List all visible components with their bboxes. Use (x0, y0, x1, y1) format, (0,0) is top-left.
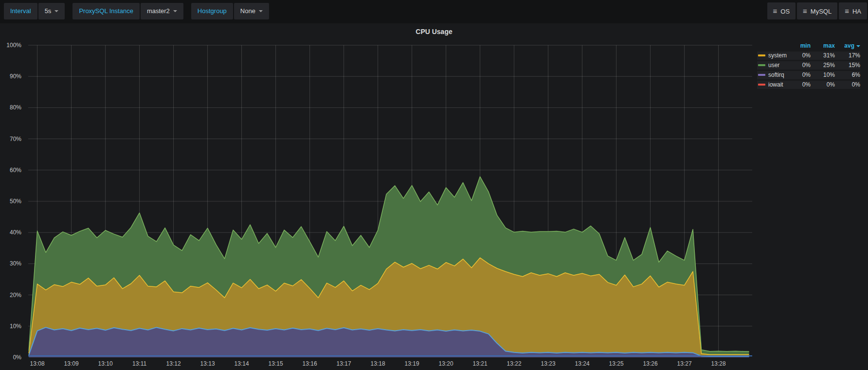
x-tick-label: 13:23 (538, 360, 559, 367)
series-color-swatch (758, 64, 765, 66)
legend-row-iowait: iowait0%0%0% (757, 81, 860, 89)
legend-series-iowait[interactable]: iowait (757, 81, 791, 89)
y-tick-label: 60% (1, 167, 21, 174)
y-tick-label: 10% (1, 323, 21, 330)
x-tick-label: 13:17 (333, 360, 355, 367)
series-color-swatch (758, 74, 765, 76)
x-tick-label: 13:21 (470, 360, 491, 367)
x-tick-label: 13:22 (504, 360, 525, 367)
cpu-usage-chart[interactable] (0, 0, 868, 370)
x-tick-label: 13:14 (231, 360, 253, 367)
legend-min-value: 0% (791, 81, 811, 89)
x-tick-label: 13:19 (401, 360, 423, 367)
x-tick-label: 13:25 (606, 360, 627, 367)
x-tick-label: 13:18 (367, 360, 389, 367)
x-tick-label: 13:09 (61, 360, 82, 367)
y-tick-label: 40% (1, 229, 21, 236)
x-tick-label: 13:16 (299, 360, 321, 367)
legend-avg-value: 6% (835, 71, 860, 79)
legend-avg-value: 0% (835, 81, 860, 89)
legend-max-value: 31% (811, 52, 835, 60)
legend-row-system: system0%31%17% (757, 52, 860, 60)
legend-sort-max[interactable]: max (811, 42, 835, 50)
x-tick-label: 13:12 (163, 360, 184, 367)
x-tick-label: 13:11 (129, 360, 150, 367)
y-tick-label: 90% (1, 73, 21, 80)
legend-max-value: 0% (811, 81, 835, 89)
y-tick-label: 70% (1, 136, 21, 142)
legend-sort-avg[interactable]: avg (835, 42, 860, 50)
legend-max-value: 10% (811, 71, 835, 79)
legend-sort-min[interactable]: min (791, 42, 811, 50)
y-tick-label: 30% (1, 260, 21, 267)
y-tick-label: 100% (1, 42, 21, 49)
x-tick-label: 13:13 (197, 360, 218, 367)
legend-avg-value: 15% (835, 61, 860, 70)
legend-table: minmaxavgsystem0%31%17%user0%25%15%softi… (757, 42, 860, 90)
x-tick-label: 13:20 (435, 360, 457, 367)
legend-avg-value: 17% (835, 52, 860, 60)
x-tick-label: 13:26 (640, 360, 661, 367)
legend-series-system[interactable]: system (757, 52, 791, 60)
legend-min-value: 0% (791, 52, 811, 60)
x-tick-label: 13:15 (265, 360, 287, 367)
series-color-swatch (758, 54, 765, 56)
legend-max-value: 25% (811, 61, 835, 70)
x-tick-label: 13:08 (27, 360, 48, 367)
y-tick-label: 20% (1, 292, 21, 299)
x-tick-label: 13:27 (674, 360, 695, 367)
sort-desc-icon (856, 45, 860, 47)
panel-title[interactable]: CPU Usage (0, 28, 868, 35)
legend-series-user[interactable]: user (757, 61, 791, 70)
legend-row-softirq: softirq0%10%6% (757, 71, 860, 79)
x-tick-label: 13:10 (95, 360, 116, 367)
y-tick-label: 50% (1, 198, 21, 205)
x-tick-label: 13:24 (572, 360, 593, 367)
legend-min-value: 0% (791, 71, 811, 79)
x-tick-label: 13:28 (708, 360, 729, 367)
legend-row-user: user0%25%15% (757, 61, 860, 70)
legend-min-value: 0% (791, 61, 811, 70)
legend-series-softirq[interactable]: softirq (757, 71, 791, 79)
series-color-swatch (758, 84, 765, 86)
y-tick-label: 0% (1, 354, 21, 361)
legend-header: minmaxavg (757, 42, 860, 50)
y-tick-label: 80% (1, 104, 21, 111)
